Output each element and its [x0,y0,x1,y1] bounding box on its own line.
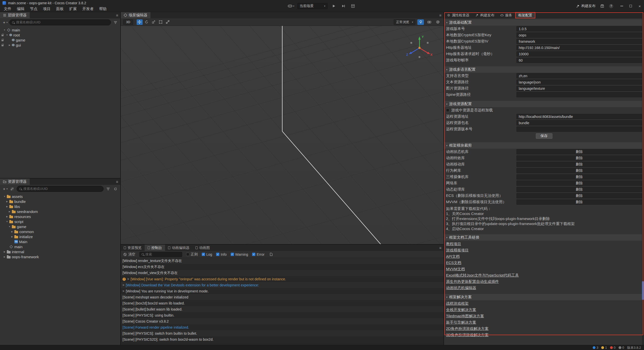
log-row[interactable]: >[Window] Download the Vue Devtools exte… [121,282,444,288]
tree-item[interactable]: ▼script [0,219,120,224]
orientation-gizmo[interactable]: Y X Z [405,33,434,62]
rotate-tool-button[interactable] [144,19,150,25]
log-row[interactable]: [Scene] meshopt wasm decoder initialized [121,294,444,300]
console-tab[interactable]: 资源预览 [121,245,145,251]
tree-item[interactable]: ▶oops-framework [0,254,120,259]
field-input[interactable] [516,32,642,38]
tree-item[interactable]: ▶main [0,244,120,249]
hierarchy-filter-icon[interactable] [113,20,118,25]
log-row[interactable]: [Scene] [bullet]:bullet wasm lib loaded. [121,306,444,312]
scene-settings-gear-icon[interactable] [434,19,441,25]
inspector-tab[interactable]: 构建发布 [472,12,497,18]
delete-module-button[interactable]: 删除 [516,155,642,161]
scale-tool-button[interactable] [151,19,157,25]
tree-item[interactable]: ▶common [0,229,120,234]
rect-tool-button[interactable] [158,19,164,25]
field-input[interactable] [516,51,642,57]
section-solutions[interactable]: ▾ 框架解决方案 [444,294,644,300]
refresh-icon[interactable] [113,186,118,192]
expand-arrow-icon[interactable]: ▶ [6,200,9,203]
inspector-tab[interactable]: 框架配置 [515,12,535,18]
solution-link[interactable]: 新手引导解决方案 [446,319,476,325]
help-icon[interactable]: ? [609,4,613,8]
console-tab[interactable]: 控制台 [145,245,165,251]
field-input[interactable] [516,45,642,50]
save-button[interactable]: 保存 [536,133,552,139]
package-icon[interactable] [599,3,606,9]
field-input[interactable] [516,92,642,97]
step-button[interactable] [340,3,347,9]
log-file-icon[interactable] [268,252,274,257]
console-search-input[interactable]: 搜索 [139,252,182,257]
tree-item[interactable]: ▼game [0,224,120,229]
doc-link[interactable]: 教程项目 [446,241,461,247]
field-input[interactable] [516,120,642,125]
hierarchy-tab[interactable]: 层级管理器 [0,12,30,18]
tree-item[interactable]: ▶TSMain [0,239,120,244]
expand-arrow-icon[interactable]: ▶ [6,205,9,208]
section-lang[interactable]: ▾ 游戏多语言配置 [444,66,644,73]
expand-arrow-icon[interactable]: ▶ [3,251,6,253]
build-publish-button[interactable]: 构建发布 [576,4,595,8]
camera-icon[interactable] [426,19,432,25]
log-row[interactable]: >[Window] You are running Vue in develop… [121,288,444,294]
console-tab[interactable]: 动画编辑器 [165,245,192,251]
scene-viewport[interactable]: Y X Z [121,26,444,244]
doc-link[interactable]: 原生包热更新配置自动生成插件 [446,278,499,285]
mode-3d-button[interactable]: 3D [123,19,133,25]
delete-module-button[interactable]: 删除 [516,162,642,167]
collapse-arrow-icon[interactable]: ▼ [3,195,6,198]
doc-link[interactable]: MVVM文档 [446,266,465,272]
menu-item[interactable]: 帮助 [96,7,109,11]
solution-link[interactable]: 2D角色扮演游戏解决方案 [446,325,489,332]
log-row[interactable]: [Window] render_texture文件夹不存在 [121,258,444,264]
inspector-tab[interactable]: 服务 [497,12,515,18]
menu-item[interactable]: 节点 [27,7,40,11]
field-input[interactable] [516,86,642,91]
menu-item[interactable]: 项目 [40,7,53,11]
assets-search-input[interactable]: 搜索名称或UUID [17,186,104,192]
log-row[interactable]: [Scene] [PHYSICS]: using builtin. [121,312,444,318]
create-node-button[interactable]: ＋▾ [2,20,8,25]
log-row[interactable]: [Scene] [PHYSICS]: switch from builtin t… [121,330,444,336]
warning-count-badge[interactable]: 1 [601,346,607,349]
tree-item[interactable]: ▶gui [0,42,120,48]
log-row[interactable]: [Scene] Forward render pipeline initiali… [121,324,444,330]
section-basic[interactable]: ▾ 游戏基础配置 [444,19,644,26]
tree-item[interactable]: ▶resources [0,214,120,219]
solution-link[interactable]: 3D角色扮演游戏解决方案 [446,332,489,338]
doc-link[interactable]: Excel格式转Json文件与TypeScript代码工具 [446,272,519,278]
log-row[interactable]: [Scene] Cocos Creator v3.8.2 [121,318,444,324]
console-filter-warning[interactable]: ✓Warning [231,252,248,256]
expand-arrow-icon[interactable]: ▶ [3,256,6,258]
section-modules[interactable]: ▾ 框架模块裁剪 [444,142,644,149]
assets-tab[interactable]: 资源管理器 [0,179,30,185]
log-row[interactable]: [Window] ecs文件夹不存在 [121,264,444,270]
delete-module-button[interactable]: 删除 [516,193,642,198]
scene-editor-tab[interactable]: 场景编辑器 [121,12,150,18]
field-input[interactable] [516,114,642,119]
tree-item[interactable]: ▶internal [0,249,120,254]
delete-module-button[interactable]: 删除 [516,181,642,186]
play-button[interactable] [331,3,337,9]
log-row[interactable]: [Scene] [box2d]:box2d wasm lib loaded. [121,300,444,306]
collapse-arrow-icon[interactable]: ▼ [6,34,9,36]
console-filter-info[interactable]: ✓Info [216,252,226,256]
expand-chevron-icon[interactable]: > [127,277,129,281]
console-filter-error[interactable]: ✓Error [252,252,264,256]
create-asset-button[interactable]: ＋▾ [2,186,8,192]
expand-chevron-icon[interactable]: > [123,283,124,287]
expand-arrow-icon[interactable]: ▶ [6,215,9,218]
log-row[interactable]: [Window] model_view文件夹不存在 [121,270,444,276]
expand-arrow-icon[interactable]: ▶ [11,231,14,233]
tree-item[interactable]: ▶game [0,37,120,42]
doc-link[interactable]: 动画状态机编辑器 [446,285,476,291]
doc-link[interactable]: 游戏模板项目 [446,247,469,253]
maximize-button[interactable] [628,4,633,8]
delete-module-button[interactable]: 删除 [516,149,642,154]
console-menu-icon[interactable]: ≡ [439,245,441,251]
expand-arrow-icon[interactable]: ▶ [11,236,14,238]
delete-module-button[interactable]: 删除 [516,168,642,173]
move-tool-button[interactable] [137,19,143,25]
hierarchy-search-input[interactable]: 搜索名称或UUID [9,19,111,25]
